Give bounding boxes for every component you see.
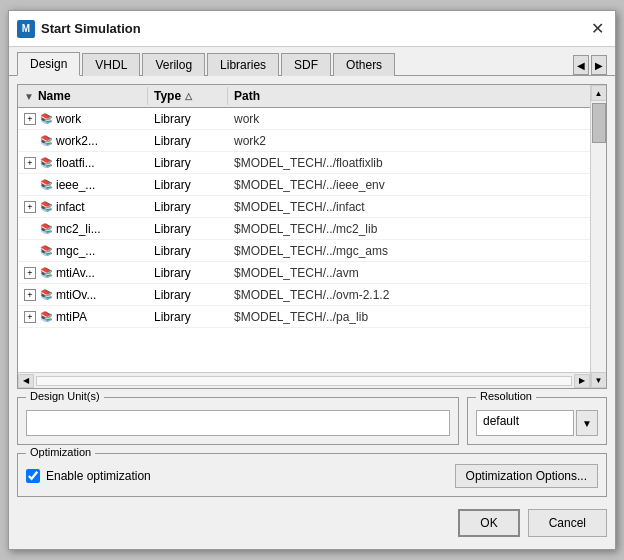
- table-row[interactable]: 📚 ieee_... Library $MODEL_TECH/../ieee_e…: [18, 174, 590, 196]
- lib-icon: 📚: [40, 245, 52, 256]
- row-path: $MODEL_TECH/../pa_lib: [228, 308, 590, 326]
- row-type: Library: [148, 132, 228, 150]
- col-type-label: Type: [154, 89, 181, 103]
- vertical-scrollbar: ▲ ▼: [590, 85, 606, 388]
- row-path: $MODEL_TECH/../ovm-2.1.2: [228, 286, 590, 304]
- table-container: ▼ Name Type △ Path: [17, 84, 607, 389]
- optimization-left: Enable optimization: [26, 469, 151, 483]
- expand-btn[interactable]: +: [24, 267, 36, 279]
- row-name: mgc_...: [56, 244, 95, 258]
- table-row[interactable]: + 📚 work Library work: [18, 108, 590, 130]
- row-path: $MODEL_TECH/../avm: [228, 264, 590, 282]
- ok-button[interactable]: OK: [458, 509, 519, 537]
- row-type: Library: [148, 176, 228, 194]
- tab-vhdl[interactable]: VHDL: [82, 53, 140, 76]
- expand-btn[interactable]: +: [24, 157, 36, 169]
- close-button[interactable]: ✕: [587, 19, 607, 39]
- tab-sdf[interactable]: SDF: [281, 53, 331, 76]
- tab-libraries[interactable]: Libraries: [207, 53, 279, 76]
- expand-btn[interactable]: +: [24, 113, 36, 125]
- row-name: infact: [56, 200, 85, 214]
- design-units-input[interactable]: [26, 410, 450, 436]
- table-row[interactable]: + 📚 mtiAv... Library $MODEL_TECH/../avm: [18, 262, 590, 284]
- enable-optimization-checkbox[interactable]: [26, 469, 40, 483]
- action-row: OK Cancel: [17, 505, 607, 541]
- row-path: $MODEL_TECH/../mc2_lib: [228, 220, 590, 238]
- tab-design[interactable]: Design: [17, 52, 80, 76]
- scroll-up-btn[interactable]: ▲: [591, 85, 607, 101]
- scroll-left-btn[interactable]: ◀: [18, 374, 34, 388]
- optimization-legend: Optimization: [26, 446, 95, 458]
- title-bar-left: M Start Simulation: [17, 20, 141, 38]
- table-header: ▼ Name Type △ Path: [18, 85, 590, 108]
- table-row[interactable]: + 📚 infact Library $MODEL_TECH/../infact: [18, 196, 590, 218]
- sort-type-icon: △: [185, 91, 192, 101]
- app-icon: M: [17, 20, 35, 38]
- row-path: $MODEL_TECH/../infact: [228, 198, 590, 216]
- expand-btn[interactable]: +: [24, 201, 36, 213]
- row-name: mc2_li...: [56, 222, 101, 236]
- row-type: Library: [148, 308, 228, 326]
- row-name-cell: + 📚 work: [18, 110, 148, 128]
- table-row[interactable]: + 📚 mtiPA Library $MODEL_TECH/../pa_lib: [18, 306, 590, 328]
- row-name-cell: 📚 work2...: [18, 132, 148, 150]
- row-name: work2...: [56, 134, 98, 148]
- tab-nav-left[interactable]: ◀: [573, 55, 589, 75]
- table-row[interactable]: + 📚 floatfi... Library $MODEL_TECH/../fl…: [18, 152, 590, 174]
- optimization-group: Optimization Enable optimization Optimiz…: [17, 453, 607, 497]
- row-name-cell: + 📚 mtiAv...: [18, 264, 148, 282]
- row-name-cell: 📚 ieee_...: [18, 176, 148, 194]
- design-units-group: Design Unit(s): [17, 397, 459, 445]
- row-name-cell: + 📚 mtiPA: [18, 308, 148, 326]
- tab-nav-right[interactable]: ▶: [591, 55, 607, 75]
- design-units-legend: Design Unit(s): [26, 390, 104, 402]
- table-body: + 📚 work Library work 📚 work2...: [18, 108, 590, 372]
- col-header-type: Type △: [148, 87, 228, 105]
- optimization-options-button[interactable]: Optimization Options...: [455, 464, 598, 488]
- row-type: Library: [148, 198, 228, 216]
- scroll-right-btn[interactable]: ▶: [574, 374, 590, 388]
- bottom-section: Design Unit(s) Resolution default ▼ Opti…: [17, 397, 607, 541]
- scroll-down-btn[interactable]: ▼: [591, 372, 607, 388]
- row-type: Library: [148, 264, 228, 282]
- expand-btn[interactable]: +: [24, 311, 36, 323]
- scroll-thumb[interactable]: [592, 103, 606, 143]
- row-path: $MODEL_TECH/../floatfixlib: [228, 154, 590, 172]
- table-row[interactable]: 📚 mgc_... Library $MODEL_TECH/../mgc_ams: [18, 240, 590, 262]
- lib-icon: 📚: [40, 267, 52, 278]
- row-path: $MODEL_TECH/../ieee_env: [228, 176, 590, 194]
- col-header-name: ▼ Name: [18, 87, 148, 105]
- table-row[interactable]: 📚 mc2_li... Library $MODEL_TECH/../mc2_l…: [18, 218, 590, 240]
- lib-icon: 📚: [40, 113, 52, 124]
- row-name-cell: 📚 mc2_li...: [18, 220, 148, 238]
- row-name-cell: 📚 mgc_...: [18, 242, 148, 260]
- cancel-button[interactable]: Cancel: [528, 509, 607, 537]
- row-name-cell: + 📚 infact: [18, 198, 148, 216]
- form-row: Design Unit(s) Resolution default ▼: [17, 397, 607, 445]
- tab-verilog[interactable]: Verilog: [142, 53, 205, 76]
- row-name: mtiAv...: [56, 266, 95, 280]
- horizontal-scrollbar[interactable]: ◀ ▶: [18, 372, 590, 388]
- resolution-select-row: default ▼: [476, 410, 598, 436]
- row-name: work: [56, 112, 81, 126]
- tab-others[interactable]: Others: [333, 53, 395, 76]
- resolution-dropdown-btn[interactable]: ▼: [576, 410, 598, 436]
- row-name: floatfi...: [56, 156, 95, 170]
- table-inner: ▼ Name Type △ Path: [18, 85, 590, 388]
- row-type: Library: [148, 154, 228, 172]
- table-row[interactable]: + 📚 mtiOv... Library $MODEL_TECH/../ovm-…: [18, 284, 590, 306]
- lib-icon: 📚: [40, 201, 52, 212]
- start-simulation-dialog: M Start Simulation ✕ Design VHDL Verilog…: [8, 10, 616, 550]
- row-name: mtiOv...: [56, 288, 96, 302]
- table-row[interactable]: 📚 work2... Library work2: [18, 130, 590, 152]
- resolution-value[interactable]: default: [476, 410, 574, 436]
- row-name-cell: + 📚 mtiOv...: [18, 286, 148, 304]
- resolution-group: Resolution default ▼: [467, 397, 607, 445]
- enable-optimization-label: Enable optimization: [46, 469, 151, 483]
- lib-icon: 📚: [40, 135, 52, 146]
- col-path-label: Path: [234, 89, 260, 103]
- expand-btn[interactable]: +: [24, 289, 36, 301]
- filter-icon: ▼: [24, 91, 34, 102]
- row-name-cell: + 📚 floatfi...: [18, 154, 148, 172]
- row-path: work2: [228, 132, 590, 150]
